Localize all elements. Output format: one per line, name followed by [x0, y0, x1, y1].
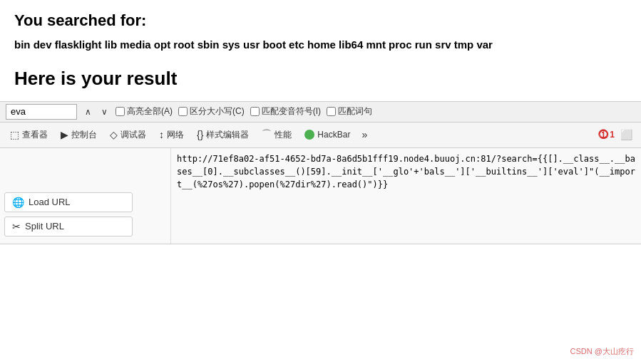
devtools-inspector-button[interactable]: ⬚ 查看器: [4, 126, 53, 144]
style-editor-label: 样式编辑器: [206, 129, 249, 141]
devtools-network-button[interactable]: ↕ 网络: [153, 126, 190, 144]
error-count: 1: [610, 130, 615, 140]
devtools-toolbar: ⬚ 查看器 ▶ 控制台 ◇ 调试器 ↕ 网络 {} 样式编辑器 ⌒ 性能 Hac…: [0, 123, 641, 148]
hackbar-dot-icon: [304, 130, 314, 140]
watermark: CSDN @大山疙行: [570, 346, 634, 357]
performance-icon: ⌒: [262, 128, 272, 141]
case-sensitive-label: 区分大小写(C): [190, 105, 245, 118]
case-sensitive-option: 区分大小写(C): [178, 105, 245, 118]
devtools-performance-button[interactable]: ⌒ 性能: [256, 125, 297, 144]
inspector-label: 查看器: [22, 129, 48, 141]
diacritic-checkbox[interactable]: [250, 107, 260, 116]
load-url-icon: 🌐: [12, 197, 24, 208]
main-content: You searched for: bin dev flasklight lib…: [0, 0, 641, 101]
highlight-all-label: 高亮全部(A): [127, 105, 173, 118]
devtools-debugger-button[interactable]: ◇ 调试器: [104, 126, 152, 144]
match-word-checkbox[interactable]: [327, 107, 336, 116]
network-icon: ↕: [159, 129, 164, 140]
split-url-icon: ✂: [12, 221, 21, 232]
diacritic-label: 匹配变音符号(I): [262, 105, 321, 118]
find-prev-button[interactable]: ∧: [83, 106, 93, 118]
debugger-label: 调试器: [120, 129, 146, 141]
hackbar-panel: 🌐 Load URL ✂ Split URL http://71ef8a02-a…: [0, 148, 641, 244]
match-word-option: 匹配词句: [327, 105, 372, 118]
search-title: You searched for:: [14, 11, 627, 30]
hackbar-tab-button[interactable]: HackBar: [299, 127, 356, 142]
console-label: 控制台: [71, 129, 97, 141]
split-url-button[interactable]: ✂ Split URL: [4, 217, 133, 236]
load-url-label: Load URL: [29, 197, 71, 207]
hackbar-right-panel: http://71ef8a02-af51-4652-bd7a-8a6d5b1ff…: [171, 148, 641, 244]
hackbar-tab-label: HackBar: [317, 130, 350, 140]
highlight-all-option: 高亮全部(A): [116, 105, 173, 118]
split-url-label: Split URL: [25, 221, 64, 232]
search-query: bin dev flasklight lib media opt root sb…: [14, 37, 627, 53]
find-input[interactable]: [6, 104, 77, 120]
devtools-more-button[interactable]: »: [357, 126, 371, 143]
highlight-all-checkbox[interactable]: [116, 107, 125, 116]
network-label: 网络: [167, 129, 184, 141]
error-badge: ⓵ 1: [598, 129, 615, 140]
hackbar-url-display[interactable]: http://71ef8a02-af51-4652-bd7a-8a6d5b1ff…: [177, 152, 635, 191]
case-sensitive-checkbox[interactable]: [178, 107, 188, 116]
find-next-button[interactable]: ∨: [99, 106, 110, 118]
style-editor-icon: {}: [197, 129, 203, 140]
devtools-style-editor-button[interactable]: {} 样式编辑器: [191, 126, 255, 144]
load-url-button[interactable]: 🌐 Load URL: [4, 192, 133, 212]
match-word-label: 匹配词句: [338, 105, 372, 118]
devtools-console-button[interactable]: ▶ 控制台: [55, 126, 103, 144]
find-toolbar: ∧ ∨ 高亮全部(A) 区分大小写(C) 匹配变音符号(I) 匹配词句: [0, 101, 641, 123]
inspector-icon: ⬚: [10, 129, 19, 140]
hackbar-left-panel: 🌐 Load URL ✂ Split URL: [0, 148, 171, 244]
copy-button[interactable]: ⬜: [616, 126, 637, 143]
result-title: Here is your result: [14, 68, 627, 90]
debugger-icon: ◇: [110, 129, 118, 140]
error-icon: ⓵: [598, 129, 608, 140]
console-icon: ▶: [61, 129, 68, 140]
performance-label: 性能: [275, 129, 292, 141]
diacritic-option: 匹配变音符号(I): [250, 105, 321, 118]
